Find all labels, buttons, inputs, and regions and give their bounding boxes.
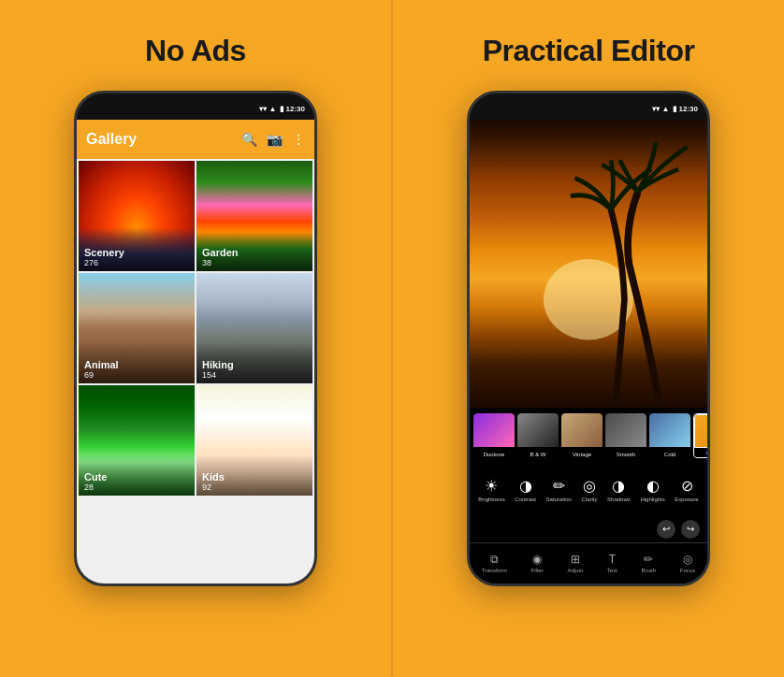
undo-redo-row: ↩ ↪ (470, 516, 707, 542)
action-transform[interactable]: ⧉ Transform (482, 553, 507, 573)
gallery-item-label-hiking: Hiking 154 (196, 342, 312, 383)
right-panel: Practical Editor ▾▾ ▲ ▮ 12:30 (391, 0, 784, 677)
shadows-icon: ◑ (612, 477, 625, 495)
filter-label-bw: B & W (517, 451, 559, 458)
brush-label: Brush (641, 568, 656, 573)
saturation-icon: ✏ (553, 477, 565, 495)
right-status-bar: ▾▾ ▲ ▮ 12:30 (470, 99, 707, 118)
wifi-icon: ▲ (269, 105, 277, 113)
exposure-label: Exposure (675, 497, 698, 502)
action-focus[interactable]: ◎ Focus (680, 553, 695, 573)
battery-icon: ▮ (280, 105, 283, 113)
redo-button[interactable]: ↪ (681, 520, 700, 539)
gallery-item-count-kids: 92 (202, 483, 307, 492)
filter-warm[interactable]: Warm (693, 413, 707, 458)
filter-bw[interactable]: B & W (517, 413, 559, 458)
gallery-item-label-garden: Garden 38 (196, 230, 312, 271)
filter-label-smooth: Smooth (605, 451, 646, 458)
action-text[interactable]: T Text (607, 553, 617, 573)
saturation-label: Saturation (546, 497, 572, 502)
action-brush[interactable]: ✏ Brush (641, 553, 656, 573)
gallery-item-label-cute: Cute 28 (79, 454, 195, 496)
gallery-item-cute[interactable]: Cute 28 (79, 385, 195, 496)
gallery-item-label-scenery: Scenery 276 (79, 230, 195, 271)
tool-clarity[interactable]: ◎ Clarity (581, 477, 597, 502)
filter-smooth[interactable]: Smooth (605, 413, 646, 458)
contrast-label: Contrast (515, 497, 536, 502)
tool-exposure[interactable]: ⊘ Exposure (675, 477, 698, 502)
brightness-icon: ☀ (485, 477, 498, 495)
battery-icon-right: ▮ (673, 105, 676, 113)
editor-main-image (470, 120, 707, 408)
wifi-icon-right: ▲ (662, 105, 670, 113)
camera-icon[interactable]: 📷 (267, 132, 283, 147)
clarity-icon: ◎ (583, 477, 596, 495)
gallery-screen: Gallery 🔍 📷 ⋮ Scenery 276 (77, 120, 314, 583)
search-icon[interactable]: 🔍 (241, 132, 257, 147)
filter-label-vintage: Vintage (561, 451, 603, 458)
gallery-grid: Scenery 276 Garden 38 Animal (77, 159, 314, 497)
gallery-title: Gallery (86, 131, 241, 148)
highlights-label: Highlights (640, 497, 664, 502)
gallery-item-count-cute: 28 (84, 483, 189, 492)
text-label: Text (607, 568, 617, 573)
gallery-item-kids[interactable]: Kids 92 (196, 385, 312, 496)
tool-saturation[interactable]: ✏ Saturation (546, 477, 572, 502)
filter-vintage[interactable]: Vintage (561, 413, 603, 458)
bottom-action-row: ⧉ Transform ◉ Filter ⊞ Adjust T Text ✏ (470, 542, 707, 583)
gallery-toolbar-icons: 🔍 📷 ⋮ (241, 132, 305, 147)
tool-brightness[interactable]: ☀ Brightness (478, 477, 504, 502)
brush-icon: ✏ (644, 553, 653, 566)
gallery-item-count-garden: 38 (202, 258, 307, 267)
filter-label-cold: Cold (649, 451, 690, 458)
left-status-icons: ▾▾ ▲ ▮ 12:30 (259, 105, 305, 113)
right-panel-title: Practical Editor (483, 34, 695, 68)
tool-highlights[interactable]: ◐ Highlights (640, 477, 664, 502)
gallery-item-count-animal: 69 (84, 370, 189, 380)
right-phone-frame: ▾▾ ▲ ▮ 12:30 (467, 91, 710, 586)
left-status-bar: ▾▾ ▲ ▮ 12:30 (77, 99, 314, 118)
text-icon: T (609, 553, 616, 566)
gallery-item-hiking[interactable]: Hiking 154 (196, 273, 312, 383)
undo-button[interactable]: ↩ (657, 520, 675, 539)
focus-icon: ◎ (683, 553, 692, 566)
clarity-label: Clarity (581, 497, 597, 502)
filter-strip: Duotone B & W Vintage Smooth Cold (470, 408, 707, 464)
gallery-toolbar: Gallery 🔍 📷 ⋮ (77, 120, 314, 159)
time-display: 12:30 (286, 105, 305, 113)
gallery-item-garden[interactable]: Garden 38 (196, 161, 312, 271)
filter-label-warm: Warm (694, 450, 707, 457)
gallery-item-animal[interactable]: Animal 69 (79, 273, 195, 383)
action-filter[interactable]: ◉ Filter (531, 553, 544, 573)
action-adjust[interactable]: ⊞ Adjust (568, 553, 584, 573)
left-panel-title: No Ads (145, 34, 246, 68)
gallery-item-count-scenery: 276 (84, 258, 189, 267)
filter-cold[interactable]: Cold (649, 413, 690, 458)
contrast-icon: ◑ (519, 477, 532, 495)
right-status-icons: ▾▾ ▲ ▮ 12:30 (652, 105, 698, 113)
filter-icon: ◉ (532, 553, 542, 566)
transform-icon: ⧉ (490, 553, 499, 566)
gallery-item-label-animal: Animal 69 (79, 342, 195, 383)
gallery-item-count-hiking: 154 (202, 370, 307, 380)
adjust-label: Adjust (568, 568, 584, 573)
tool-contrast[interactable]: ◑ Contrast (515, 477, 536, 502)
gallery-item-label-kids: Kids 92 (196, 454, 312, 496)
time-display-right: 12:30 (679, 105, 698, 113)
edit-tools-row: ☀ Brightness ◑ Contrast ✏ Saturation ◎ C… (470, 464, 707, 516)
left-panel: No Ads ▾▾ ▲ ▮ 12:30 Gallery 🔍 📷 ⋮ (0, 0, 391, 677)
filter-duotone[interactable]: Duotone (473, 413, 515, 458)
signal-icon-right: ▾▾ (652, 105, 660, 113)
more-icon[interactable]: ⋮ (292, 132, 305, 147)
gallery-item-scenery[interactable]: Scenery 276 (79, 161, 195, 271)
exposure-icon: ⊘ (681, 477, 693, 495)
shadows-label: Shadows (607, 497, 631, 502)
transform-label: Transform (482, 568, 507, 573)
filter-label: Filter (531, 568, 544, 573)
signal-icon: ▾▾ (259, 105, 267, 113)
tool-shadows[interactable]: ◑ Shadows (607, 477, 631, 502)
highlights-icon: ◐ (646, 477, 660, 495)
filter-label-duotone: Duotone (473, 451, 515, 458)
adjust-icon: ⊞ (571, 553, 580, 566)
brightness-label: Brightness (478, 497, 504, 502)
